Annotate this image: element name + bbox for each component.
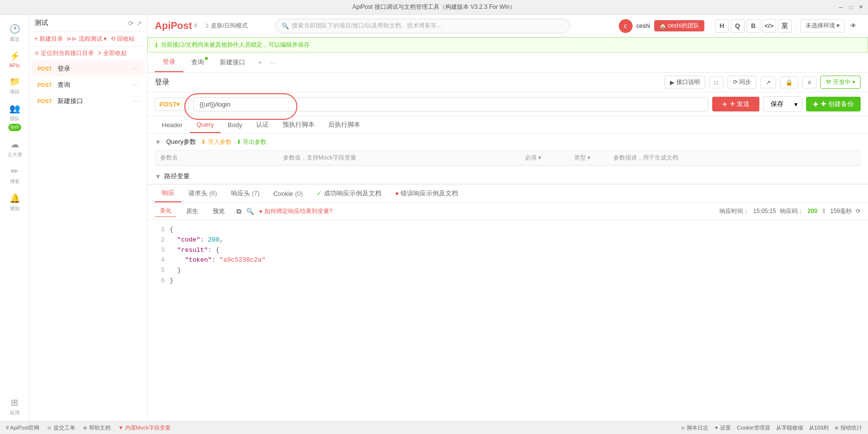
sub-tab-body[interactable]: Body [221, 117, 249, 133]
response-tab-request-headers[interactable]: 请求头 (6) [181, 185, 224, 202]
save-dropdown-arrow[interactable]: ▾ [790, 97, 802, 111]
locate-link[interactable]: ⊙ 定位到当前接口目录 [34, 49, 94, 57]
nav-item-login[interactable]: POST 登录 ··· [31, 61, 145, 77]
to-format-button[interactable]: 至 [778, 19, 792, 33]
response-tab-success-example[interactable]: ✓ 成功响应示例及文档 [310, 185, 388, 202]
website-link[interactable]: # ApiPost官网 [6, 424, 39, 432]
code-line-5: 5 } [155, 266, 861, 276]
sidebar-item-blog[interactable]: ✏ 博客 [0, 162, 29, 189]
sub-tabs: Header Query Body 认证 预执行脚本 后执行脚本 [147, 116, 868, 134]
team-icon-btn: 🏠 [659, 23, 666, 29]
theme-toggle[interactable]: ☽ 皮肤/日间模式 [203, 22, 248, 30]
recycle-button[interactable]: ⟲ 回收站 [111, 35, 135, 43]
api-doc-button[interactable]: ▶ 接口说明 [665, 76, 705, 89]
format-toolbar: H Q B </> 至 未选择环境 ▾ 👁 [715, 19, 861, 33]
copy-button[interactable]: □ [709, 77, 723, 88]
sidebar-item-recent[interactable]: 🕐 最近 [0, 20, 29, 47]
save-button[interactable]: 保存 [764, 97, 790, 111]
close-button[interactable]: ✕ [857, 4, 864, 11]
b-format-button[interactable]: B [747, 19, 760, 33]
response-tab-cookie[interactable]: Cookie (0) [266, 186, 310, 201]
refresh-button[interactable]: ⟳ [856, 208, 861, 215]
query-toggle[interactable]: ▼ [155, 138, 161, 146]
sidebar-label-cloud: 云大便 [7, 151, 22, 158]
team-label: ceshi的团队 [668, 22, 699, 30]
apps-icon: ⊞ [11, 397, 18, 408]
sub-tab-body-label: Body [228, 121, 242, 129]
team-button[interactable]: 🏠 ceshi的团队 [654, 20, 704, 31]
response-tab-response-headers[interactable]: 响应头 (7) [224, 185, 267, 202]
sub-tab-post-script[interactable]: 后执行脚本 [321, 116, 367, 133]
collapse-link[interactable]: > 全部收起 [98, 49, 126, 57]
mock-link[interactable]: ▼ 内置Mock字段变量 [118, 424, 171, 432]
tab-new-api[interactable]: 新建接口 [212, 53, 253, 72]
import-params-button[interactable]: ⬆ 导入参数 [201, 138, 231, 146]
path-toggle[interactable]: ▼ [155, 173, 161, 180]
method-select[interactable]: POST▾ [155, 98, 189, 111]
tab-query[interactable]: 查询 [183, 53, 212, 72]
sidebar-item-projects[interactable]: 📁 项目 [0, 72, 29, 99]
eye-button[interactable]: 👁 [847, 19, 861, 33]
tab-query-label: 查询 [191, 58, 204, 66]
tab-add-button[interactable]: + [253, 55, 267, 70]
note-button[interactable]: ≡ [802, 77, 816, 88]
share-button[interactable]: ↗ [760, 77, 776, 88]
sidebar-item-cloud[interactable]: ☁ 云大便 [0, 135, 29, 162]
dev-status-button[interactable]: ⚒ 开发中 ▾ [820, 76, 861, 89]
view-beautify-button[interactable]: 美化 [155, 205, 176, 217]
view-raw-button[interactable]: 原生 [181, 206, 203, 217]
nav-item-more-query[interactable]: ··· [133, 81, 139, 89]
sidebar-item-apps[interactable]: ⊞ 应用 [0, 393, 29, 421]
col-type[interactable]: 类型 ▾ [574, 154, 613, 162]
response-tab-response[interactable]: 响应 [155, 185, 181, 202]
sync-button[interactable]: ⟳ 同步 [727, 76, 756, 89]
env-select[interactable]: 未选择环境 ▾ [800, 19, 845, 32]
sub-tab-pre-script[interactable]: 预执行脚本 [276, 116, 321, 133]
search-bar[interactable]: 🔍 搜索当前团队下的项目/接口/以及帮助文档、技术博客等... [275, 19, 570, 33]
add-dir-button[interactable]: + 新建目录 [34, 35, 63, 43]
col-required[interactable]: 必填 ▾ [525, 154, 574, 162]
maximize-button[interactable]: □ [847, 4, 854, 11]
url-input[interactable] [193, 97, 708, 111]
cookie-mgr-link[interactable]: Cookie管理器 [737, 424, 770, 432]
sidebar-item-apis[interactable]: ⚡ APIs [0, 47, 29, 72]
bind-var-link[interactable]: ● 如何绑定响应结果到变量? [259, 207, 332, 216]
nav-share-icon[interactable]: ↗ [137, 20, 142, 27]
export-params-button[interactable]: ⬇ 导出参数 [236, 138, 266, 146]
view-preview-button[interactable]: 预览 [208, 206, 230, 217]
response-tab-error-example[interactable]: ● 错误响应示例及文档 [388, 185, 465, 202]
h-format-button[interactable]: H [715, 19, 729, 33]
error-count-link[interactable]: ⊕ 报错统计 [835, 424, 862, 432]
sub-tab-header[interactable]: Header [155, 117, 190, 133]
tab-login[interactable]: 登录 [155, 53, 183, 72]
feedback-link[interactable]: ⊙ 提交工单 [47, 424, 75, 432]
nav-item-query[interactable]: POST 查询 ··· [31, 77, 145, 93]
nav-item-new-api[interactable]: POST 新建接口 ··· [31, 93, 145, 109]
char-count: 从字段收缩 [776, 424, 803, 432]
response-size-icon: ⇧ [821, 208, 826, 215]
script-log-link[interactable]: ⊙ 脚本日志 [681, 424, 708, 432]
code-key-code: "code" [177, 236, 201, 244]
nav-item-more-login[interactable]: ··· [133, 64, 139, 73]
sub-tab-query[interactable]: Query [190, 117, 221, 133]
help-link[interactable]: ⊕ 帮助文档 [83, 424, 111, 432]
flow-test-button[interactable]: ⊳⊳ 流程测试 ▾ [67, 35, 107, 43]
code-format-button[interactable]: </> [762, 19, 776, 33]
q-format-button[interactable]: Q [731, 19, 745, 33]
line-content-1: { [170, 225, 861, 235]
sidebar-item-notify[interactable]: 🔔 通知 [0, 189, 29, 216]
lock-button[interactable]: 🔒 [780, 77, 798, 88]
nav-item-more-new[interactable]: ··· [133, 97, 139, 106]
logo: ApiPost ® [155, 20, 198, 31]
nav-refresh-icon[interactable]: ⟳ [128, 20, 134, 27]
search-response-button[interactable]: 🔍 [246, 208, 254, 215]
section-header: ▼ Query参数 ⬆ 导入参数 ⬇ 导出参数 [155, 137, 861, 146]
sub-tab-auth[interactable]: 认证 [249, 116, 276, 133]
send-button[interactable]: ✈ ✈ 发送 [712, 97, 760, 111]
copy-response-button[interactable]: ⧉ [236, 207, 241, 216]
tab-more-button[interactable]: ··· [267, 55, 280, 70]
minimize-button[interactable]: ─ [838, 4, 844, 11]
sidebar-item-team[interactable]: 👥 团队 协作 [0, 99, 29, 135]
create-backup-button[interactable]: ✚ ✚ 创建备份 [806, 97, 861, 111]
settings-link[interactable]: ✦ 设置 [714, 424, 731, 432]
